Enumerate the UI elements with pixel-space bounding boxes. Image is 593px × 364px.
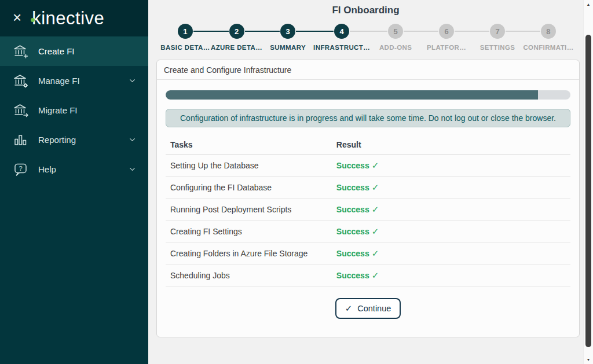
sidebar-item-label: Manage FI bbox=[38, 76, 80, 86]
progress-bar bbox=[166, 90, 570, 100]
svg-text:?: ? bbox=[19, 165, 22, 172]
step-number: 1 bbox=[178, 24, 193, 39]
check-icon: ✓ bbox=[372, 226, 379, 236]
step-label: PLATFOR… bbox=[421, 44, 472, 51]
check-icon: ✓ bbox=[372, 248, 379, 258]
success-label: Success bbox=[336, 161, 369, 170]
sidebar: × kinective Create FI bbox=[0, 0, 148, 364]
task-result: Success✓ bbox=[336, 226, 566, 237]
stepper-step-2[interactable]: 2 AZURE DETA… bbox=[211, 24, 262, 51]
progress-bar-fill bbox=[166, 90, 538, 100]
app-window: × kinective Create FI bbox=[0, 0, 593, 364]
sidebar-nav: Create FI Manage FI bbox=[0, 36, 148, 184]
kinective-logo: kinective bbox=[25, 8, 104, 29]
step-number: 2 bbox=[229, 24, 244, 39]
step-label: ADD-ONS bbox=[370, 44, 421, 51]
sidebar-item-reporting[interactable]: Reporting bbox=[0, 125, 148, 155]
sidebar-item-manage-fi[interactable]: Manage FI bbox=[0, 66, 148, 95]
step-number: 3 bbox=[280, 24, 295, 39]
task-name: Setting Up the Database bbox=[170, 161, 336, 170]
close-icon[interactable]: × bbox=[13, 10, 21, 25]
scroll-down-arrow-icon[interactable]: ▼ bbox=[584, 358, 593, 362]
card-title: Create and Configure Infrastructure bbox=[157, 60, 579, 80]
bank-gear-icon bbox=[13, 73, 29, 89]
table-row: Creating FI Settings Success✓ bbox=[166, 220, 570, 242]
task-result: Success✓ bbox=[336, 160, 566, 171]
step-number: 7 bbox=[490, 24, 505, 39]
sidebar-item-label: Migrate FI bbox=[38, 105, 78, 115]
vertical-scrollbar[interactable]: ▲ ▼ bbox=[583, 0, 593, 364]
success-label: Success bbox=[336, 227, 369, 236]
check-icon: ✓ bbox=[372, 270, 379, 280]
stepper-step-7[interactable]: 7 SETTINGS bbox=[472, 24, 523, 51]
stepper-step-1[interactable]: 1 BASIC DETA… bbox=[160, 24, 211, 51]
button-row: ✓ Continue bbox=[166, 298, 570, 319]
check-icon: ✓ bbox=[372, 182, 379, 192]
task-name: Configuring the FI Database bbox=[170, 183, 336, 192]
scroll-up-arrow-icon[interactable]: ▲ bbox=[584, 2, 593, 6]
check-icon: ✓ bbox=[372, 160, 379, 170]
step-label: AZURE DETA… bbox=[211, 44, 262, 51]
step-label: CONFIRMATI… bbox=[523, 44, 574, 51]
task-name: Creating Folders in Azure File Storage bbox=[170, 249, 336, 258]
infrastructure-card: Create and Configure Infrastructure Conf… bbox=[156, 60, 580, 337]
step-number: 6 bbox=[439, 24, 454, 39]
step-number: 8 bbox=[541, 24, 556, 39]
stepper-step-4[interactable]: 4 INFRASTRUCT… bbox=[313, 24, 370, 51]
sidebar-item-migrate-fi[interactable]: Migrate FI bbox=[0, 95, 148, 125]
page-title: FI Onboarding bbox=[148, 0, 583, 16]
task-result: Success✓ bbox=[336, 204, 566, 215]
card-body: Configuration of infrastructure is in pr… bbox=[157, 80, 579, 337]
step-number: 5 bbox=[388, 24, 403, 39]
stepper-step-5[interactable]: 5 ADD-ONS bbox=[370, 24, 421, 51]
success-label: Success bbox=[336, 249, 369, 258]
task-name: Scheduling Jobs bbox=[170, 271, 336, 280]
success-label: Success bbox=[336, 271, 369, 280]
stepper-step-3[interactable]: 3 SUMMARY bbox=[262, 24, 313, 51]
continue-button[interactable]: ✓ Continue bbox=[335, 298, 401, 319]
bar-chart-icon bbox=[13, 132, 29, 148]
step-label: BASIC DETA… bbox=[160, 44, 211, 51]
onboarding-stepper: 1 BASIC DETA… 2 AZURE DETA… 3 SUMMARY 4 … bbox=[160, 24, 574, 51]
table-row: Scheduling Jobs Success✓ bbox=[166, 264, 570, 286]
chevron-down-icon bbox=[128, 76, 137, 85]
logo-green-dot-icon bbox=[31, 18, 35, 22]
stepper-step-8[interactable]: 8 CONFIRMATI… bbox=[523, 24, 574, 51]
logo-text: kinective bbox=[32, 8, 104, 28]
table-row: Setting Up the Database Success✓ bbox=[166, 155, 570, 177]
column-header-tasks: Tasks bbox=[170, 140, 336, 149]
column-header-result: Result bbox=[336, 140, 566, 149]
table-header-row: Tasks Result bbox=[166, 135, 570, 155]
scrollbar-thumb[interactable] bbox=[585, 35, 591, 347]
bank-plus-icon bbox=[13, 43, 29, 59]
sidebar-item-label: Help bbox=[38, 164, 56, 174]
table-row: Creating Folders in Azure File Storage S… bbox=[166, 242, 570, 264]
chevron-down-icon bbox=[128, 165, 137, 174]
success-label: Success bbox=[336, 205, 369, 214]
step-label: INFRASTRUCT… bbox=[313, 44, 370, 51]
main-content: FI Onboarding 1 BASIC DETA… 2 AZURE DETA… bbox=[148, 0, 583, 364]
step-label: SUMMARY bbox=[262, 44, 313, 51]
bank-arrow-icon bbox=[13, 102, 29, 118]
help-bubble-icon: ? bbox=[13, 161, 29, 177]
stepper-step-6[interactable]: 6 PLATFOR… bbox=[421, 24, 472, 51]
sidebar-item-create-fi[interactable]: Create FI bbox=[0, 36, 148, 66]
task-name: Running Post Deployment Scripts bbox=[170, 205, 336, 214]
sidebar-item-label: Reporting bbox=[38, 135, 76, 145]
task-result: Success✓ bbox=[336, 182, 566, 193]
tasks-table: Tasks Result Setting Up the Database Suc… bbox=[166, 135, 570, 286]
task-name: Creating FI Settings bbox=[170, 227, 336, 236]
check-icon: ✓ bbox=[345, 303, 353, 314]
sidebar-header: × kinective bbox=[0, 0, 148, 36]
sidebar-item-label: Create FI bbox=[38, 46, 75, 56]
step-label: SETTINGS bbox=[472, 44, 523, 51]
table-row: Configuring the FI Database Success✓ bbox=[166, 177, 570, 198]
task-result: Success✓ bbox=[336, 248, 566, 259]
sidebar-item-help[interactable]: ? Help bbox=[0, 155, 148, 184]
table-row: Running Post Deployment Scripts Success✓ bbox=[166, 198, 570, 220]
continue-button-label: Continue bbox=[357, 304, 391, 313]
check-icon: ✓ bbox=[372, 204, 379, 214]
task-result: Success✓ bbox=[336, 270, 566, 281]
chevron-down-icon bbox=[128, 135, 137, 144]
success-label: Success bbox=[336, 183, 369, 192]
